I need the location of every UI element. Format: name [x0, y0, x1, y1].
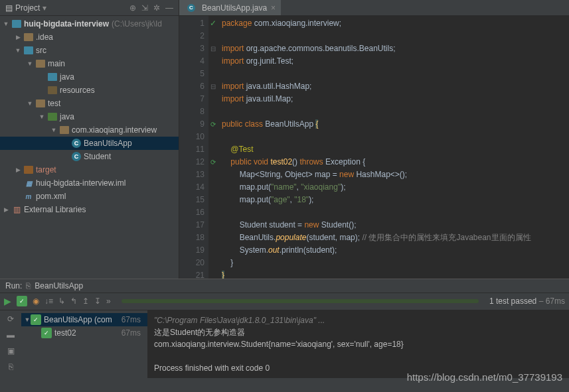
label: com.xiaoqiang.interview — [72, 125, 157, 135]
class-icon: C — [72, 152, 81, 161]
target-icon[interactable]: ⊕ — [129, 3, 136, 13]
run-side-toolbar: ⟳ ▬ ▣ ⎘ — [0, 310, 21, 378]
tree-item-target[interactable]: ▶ target — [0, 163, 179, 176]
label: Student — [84, 152, 111, 161]
console-line: com.xiaoqiang.interview.Student{name='xi… — [154, 340, 404, 349]
filter-icon[interactable]: ↓≡ — [44, 296, 53, 306]
console-output[interactable]: "C:\Program Files\Java\jdk1.8.0_131\bin\… — [147, 310, 569, 378]
test-time: 67ms — [122, 328, 145, 338]
stop-icon[interactable]: ▬ — [7, 330, 15, 340]
ok-badge-icon: ✓ — [31, 314, 41, 325]
rerun-button[interactable]: ▶ — [4, 296, 11, 306]
label: BeanUtilsApp — [84, 139, 132, 148]
maven-icon: m — [24, 192, 33, 201]
tree-item-resources[interactable]: resources — [0, 84, 179, 97]
code-editor[interactable]: ✓ ⊟ ⊟ ⟳ ⟳ 123456789101112131415161718192… — [179, 16, 569, 279]
editor-panel: C BeanUtilsApp.java × ✓ ⊟ ⊟ ⟳ ⟳ 12345678… — [179, 0, 569, 279]
code-area[interactable]: package com.xiaoqiang.interview; import … — [208, 16, 569, 279]
run-label: Run: — [5, 281, 22, 291]
label: External Libraries — [24, 205, 86, 214]
pin2-icon[interactable]: ⎘ — [9, 362, 13, 371]
tree-item-src[interactable]: ▼ src — [0, 44, 179, 57]
label: .idea — [36, 33, 53, 42]
tree-item-student[interactable]: C Student — [0, 150, 179, 163]
console-line: Process finished with exit code 0 — [154, 363, 270, 373]
gear-icon[interactable]: ✲ — [153, 3, 160, 13]
run-header: Run: ⎘ BeanUtilsApp — [0, 279, 569, 293]
root-path: (C:\Users\jk\Id — [112, 19, 162, 29]
tree-item-test[interactable]: ▼ test — [0, 97, 179, 110]
more-icon[interactable]: » — [106, 296, 111, 306]
test-root-row[interactable]: ▼ ✓ BeanUtilsApp (com 67ms — [21, 313, 147, 326]
editor-tabs: C BeanUtilsApp.java × — [179, 0, 569, 16]
pin-icon[interactable]: ⎘ — [26, 281, 31, 291]
test-child-label: test02 — [54, 328, 76, 338]
project-list-icon: ▤ — [5, 3, 13, 13]
test-progress-bar — [122, 299, 479, 303]
label: pom.xml — [36, 192, 66, 201]
collapse-icon[interactable]: ⇲ — [141, 3, 148, 13]
label: resources — [60, 86, 95, 95]
tab-beanutilsapp[interactable]: C BeanUtilsApp.java × — [179, 0, 281, 15]
label: src — [36, 46, 46, 55]
tree-item-iml[interactable]: ▦ huiq-bigdata-interview.iml — [0, 176, 179, 190]
class-icon: C — [72, 139, 81, 148]
close-icon[interactable]: × — [271, 3, 276, 13]
ok-badge-icon[interactable]: ✓ — [17, 296, 27, 306]
run-toolbar: ▶ ✓ ◉ ↓≡ ↳ ↰ ↥ ↧ » 1 test passed – 67ms — [0, 293, 569, 310]
project-panel: ▤ Project ▾ ⊕ ⇲ ✲ — ▼ huiq-bigdata-inter… — [0, 0, 179, 279]
label: target — [36, 165, 56, 174]
prev-icon[interactable]: ↥ — [82, 296, 89, 306]
gutter: ✓ ⊟ ⊟ ⟳ ⟳ 123456789101112131415161718192… — [179, 16, 208, 279]
console-cmd: "C:\Program Files\Java\jdk1.8.0_131\bin\… — [154, 316, 325, 325]
label: test — [48, 99, 60, 108]
project-title: Project — [15, 3, 40, 13]
run-panel: Run: ⎘ BeanUtilsApp ▶ ✓ ◉ ↓≡ ↳ ↰ ↥ ↧ » 1… — [0, 279, 569, 378]
tree-item-pom[interactable]: m pom.xml — [0, 190, 179, 203]
test-time: 67ms — [122, 315, 145, 324]
test-child-row[interactable]: ✓ test02 67ms — [21, 326, 147, 340]
watermark: https://blog.csdn.net/m0_37739193 — [407, 371, 562, 383]
library-icon: ▥ — [12, 205, 21, 214]
label: huiq-bigdata-interview.iml — [36, 178, 125, 188]
project-panel-header: ▤ Project ▾ ⊕ ⇲ ✲ — — [0, 0, 179, 16]
test-root-label: BeanUtilsApp (com — [44, 315, 112, 324]
tree-item-pkg[interactable]: ▼ com.xiaoqiang.interview — [0, 123, 179, 137]
dropdown-icon[interactable]: ▾ — [42, 3, 46, 13]
console-line: 这是Student的无参构造器 — [154, 328, 245, 337]
project-tree: ▼ huiq-bigdata-interview (C:\Users\jk\Id… — [0, 16, 179, 279]
tab-label: BeanUtilsApp.java — [202, 3, 267, 13]
run-config-name: BeanUtilsApp — [35, 281, 83, 291]
expand-icon[interactable]: ↳ — [58, 296, 65, 306]
tree-root[interactable]: ▼ huiq-bigdata-interview (C:\Users\jk\Id — [0, 17, 179, 31]
collapse-icon[interactable]: ↰ — [70, 296, 77, 306]
tree-item-main[interactable]: ▼ main — [0, 57, 179, 70]
tree-item-java2[interactable]: ▼ java — [0, 110, 179, 123]
tree-item-idea[interactable]: ▶ .idea — [0, 31, 179, 44]
label: main — [48, 59, 65, 68]
class-icon: C — [187, 4, 195, 12]
hide-icon[interactable]: — — [165, 3, 173, 13]
label: java — [60, 72, 74, 82]
ok-badge-icon: ✓ — [41, 328, 52, 338]
layout-icon[interactable]: ▣ — [7, 346, 15, 356]
file-icon: ▦ — [24, 178, 33, 188]
next-icon[interactable]: ↧ — [94, 296, 101, 306]
sort-icon[interactable]: ◉ — [33, 296, 39, 306]
tree-item-java1[interactable]: java — [0, 70, 179, 84]
label: java — [60, 112, 74, 121]
debug-icon[interactable]: ⟳ — [7, 314, 14, 324]
test-tree: ▼ ✓ BeanUtilsApp (com 67ms ✓ test02 67ms — [21, 310, 147, 378]
tree-item-external[interactable]: ▶▥ External Libraries — [0, 203, 179, 216]
test-status: 1 test passed – 67ms — [489, 296, 565, 306]
tree-item-beanutilsapp[interactable]: C BeanUtilsApp — [0, 137, 179, 150]
root-label: huiq-bigdata-interview — [24, 19, 109, 29]
